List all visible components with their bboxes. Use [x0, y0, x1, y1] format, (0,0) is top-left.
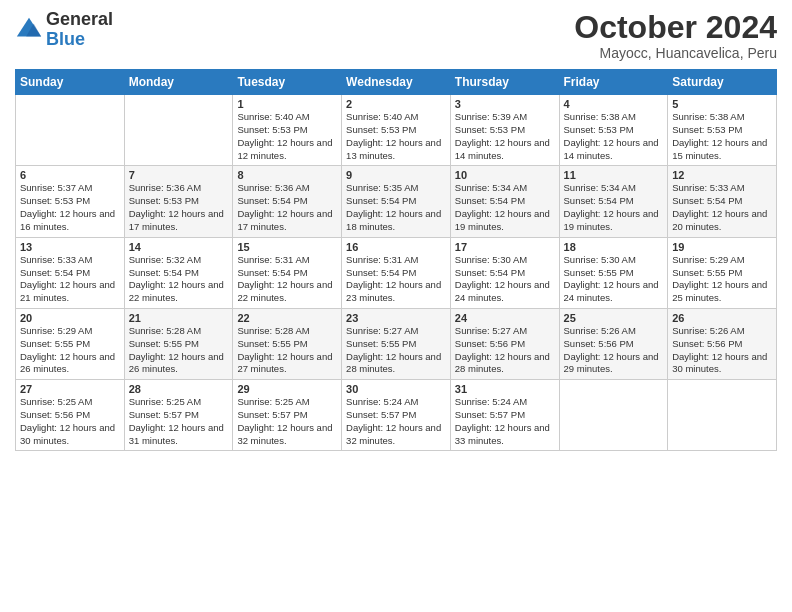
day-number: 12	[672, 169, 772, 181]
day-info: Sunrise: 5:34 AMSunset: 5:54 PMDaylight:…	[564, 182, 664, 233]
day-number: 18	[564, 241, 664, 253]
day-number: 24	[455, 312, 555, 324]
day-info: Sunrise: 5:29 AMSunset: 5:55 PMDaylight:…	[672, 254, 772, 305]
day-number: 14	[129, 241, 229, 253]
calendar-cell: 31Sunrise: 5:24 AMSunset: 5:57 PMDayligh…	[450, 380, 559, 451]
week-row-1: 1Sunrise: 5:40 AMSunset: 5:53 PMDaylight…	[16, 95, 777, 166]
day-info: Sunrise: 5:34 AMSunset: 5:54 PMDaylight:…	[455, 182, 555, 233]
day-info: Sunrise: 5:25 AMSunset: 5:57 PMDaylight:…	[237, 396, 337, 447]
calendar-body: 1Sunrise: 5:40 AMSunset: 5:53 PMDaylight…	[16, 95, 777, 451]
day-number: 5	[672, 98, 772, 110]
calendar-cell: 19Sunrise: 5:29 AMSunset: 5:55 PMDayligh…	[668, 237, 777, 308]
day-number: 26	[672, 312, 772, 324]
day-info: Sunrise: 5:31 AMSunset: 5:54 PMDaylight:…	[346, 254, 446, 305]
weekday-saturday: Saturday	[668, 70, 777, 95]
day-info: Sunrise: 5:24 AMSunset: 5:57 PMDaylight:…	[455, 396, 555, 447]
calendar-cell: 22Sunrise: 5:28 AMSunset: 5:55 PMDayligh…	[233, 308, 342, 379]
day-number: 19	[672, 241, 772, 253]
calendar-cell: 13Sunrise: 5:33 AMSunset: 5:54 PMDayligh…	[16, 237, 125, 308]
day-info: Sunrise: 5:30 AMSunset: 5:54 PMDaylight:…	[455, 254, 555, 305]
calendar-cell	[124, 95, 233, 166]
day-info: Sunrise: 5:25 AMSunset: 5:56 PMDaylight:…	[20, 396, 120, 447]
calendar-cell: 24Sunrise: 5:27 AMSunset: 5:56 PMDayligh…	[450, 308, 559, 379]
header: General Blue October 2024 Mayocc, Huanca…	[15, 10, 777, 61]
calendar-cell	[668, 380, 777, 451]
calendar-cell: 6Sunrise: 5:37 AMSunset: 5:53 PMDaylight…	[16, 166, 125, 237]
day-number: 11	[564, 169, 664, 181]
calendar-cell: 8Sunrise: 5:36 AMSunset: 5:54 PMDaylight…	[233, 166, 342, 237]
day-number: 28	[129, 383, 229, 395]
day-info: Sunrise: 5:28 AMSunset: 5:55 PMDaylight:…	[129, 325, 229, 376]
day-info: Sunrise: 5:27 AMSunset: 5:55 PMDaylight:…	[346, 325, 446, 376]
weekday-friday: Friday	[559, 70, 668, 95]
week-row-4: 20Sunrise: 5:29 AMSunset: 5:55 PMDayligh…	[16, 308, 777, 379]
day-info: Sunrise: 5:26 AMSunset: 5:56 PMDaylight:…	[672, 325, 772, 376]
calendar-cell: 16Sunrise: 5:31 AMSunset: 5:54 PMDayligh…	[342, 237, 451, 308]
day-number: 13	[20, 241, 120, 253]
day-number: 10	[455, 169, 555, 181]
day-number: 8	[237, 169, 337, 181]
day-info: Sunrise: 5:31 AMSunset: 5:54 PMDaylight:…	[237, 254, 337, 305]
calendar-cell: 14Sunrise: 5:32 AMSunset: 5:54 PMDayligh…	[124, 237, 233, 308]
weekday-row: Sunday Monday Tuesday Wednesday Thursday…	[16, 70, 777, 95]
weekday-monday: Monday	[124, 70, 233, 95]
day-info: Sunrise: 5:36 AMSunset: 5:54 PMDaylight:…	[237, 182, 337, 233]
day-number: 31	[455, 383, 555, 395]
calendar-cell: 21Sunrise: 5:28 AMSunset: 5:55 PMDayligh…	[124, 308, 233, 379]
calendar-cell: 30Sunrise: 5:24 AMSunset: 5:57 PMDayligh…	[342, 380, 451, 451]
calendar-cell: 20Sunrise: 5:29 AMSunset: 5:55 PMDayligh…	[16, 308, 125, 379]
day-info: Sunrise: 5:25 AMSunset: 5:57 PMDaylight:…	[129, 396, 229, 447]
calendar-cell: 15Sunrise: 5:31 AMSunset: 5:54 PMDayligh…	[233, 237, 342, 308]
logo: General Blue	[15, 10, 113, 50]
page: General Blue October 2024 Mayocc, Huanca…	[0, 0, 792, 612]
day-info: Sunrise: 5:24 AMSunset: 5:57 PMDaylight:…	[346, 396, 446, 447]
calendar-cell: 10Sunrise: 5:34 AMSunset: 5:54 PMDayligh…	[450, 166, 559, 237]
day-info: Sunrise: 5:30 AMSunset: 5:55 PMDaylight:…	[564, 254, 664, 305]
week-row-2: 6Sunrise: 5:37 AMSunset: 5:53 PMDaylight…	[16, 166, 777, 237]
day-number: 4	[564, 98, 664, 110]
day-info: Sunrise: 5:35 AMSunset: 5:54 PMDaylight:…	[346, 182, 446, 233]
day-info: Sunrise: 5:33 AMSunset: 5:54 PMDaylight:…	[20, 254, 120, 305]
day-number: 20	[20, 312, 120, 324]
day-number: 25	[564, 312, 664, 324]
calendar-cell: 11Sunrise: 5:34 AMSunset: 5:54 PMDayligh…	[559, 166, 668, 237]
location-subtitle: Mayocc, Huancavelica, Peru	[574, 45, 777, 61]
day-info: Sunrise: 5:32 AMSunset: 5:54 PMDaylight:…	[129, 254, 229, 305]
day-info: Sunrise: 5:38 AMSunset: 5:53 PMDaylight:…	[672, 111, 772, 162]
weekday-tuesday: Tuesday	[233, 70, 342, 95]
day-number: 1	[237, 98, 337, 110]
logo-general-text: General	[46, 10, 113, 30]
day-number: 23	[346, 312, 446, 324]
calendar-cell: 29Sunrise: 5:25 AMSunset: 5:57 PMDayligh…	[233, 380, 342, 451]
calendar-cell: 23Sunrise: 5:27 AMSunset: 5:55 PMDayligh…	[342, 308, 451, 379]
weekday-thursday: Thursday	[450, 70, 559, 95]
day-info: Sunrise: 5:40 AMSunset: 5:53 PMDaylight:…	[237, 111, 337, 162]
logo-text: General Blue	[46, 10, 113, 50]
day-number: 29	[237, 383, 337, 395]
calendar-cell: 7Sunrise: 5:36 AMSunset: 5:53 PMDaylight…	[124, 166, 233, 237]
calendar-cell: 28Sunrise: 5:25 AMSunset: 5:57 PMDayligh…	[124, 380, 233, 451]
calendar-cell: 18Sunrise: 5:30 AMSunset: 5:55 PMDayligh…	[559, 237, 668, 308]
calendar-cell	[559, 380, 668, 451]
day-number: 16	[346, 241, 446, 253]
day-info: Sunrise: 5:28 AMSunset: 5:55 PMDaylight:…	[237, 325, 337, 376]
day-number: 21	[129, 312, 229, 324]
day-info: Sunrise: 5:27 AMSunset: 5:56 PMDaylight:…	[455, 325, 555, 376]
week-row-5: 27Sunrise: 5:25 AMSunset: 5:56 PMDayligh…	[16, 380, 777, 451]
day-number: 2	[346, 98, 446, 110]
day-number: 15	[237, 241, 337, 253]
calendar-cell: 3Sunrise: 5:39 AMSunset: 5:53 PMDaylight…	[450, 95, 559, 166]
calendar-header: Sunday Monday Tuesday Wednesday Thursday…	[16, 70, 777, 95]
weekday-wednesday: Wednesday	[342, 70, 451, 95]
day-info: Sunrise: 5:36 AMSunset: 5:53 PMDaylight:…	[129, 182, 229, 233]
day-number: 7	[129, 169, 229, 181]
calendar-cell	[16, 95, 125, 166]
calendar-cell: 17Sunrise: 5:30 AMSunset: 5:54 PMDayligh…	[450, 237, 559, 308]
calendar-cell: 27Sunrise: 5:25 AMSunset: 5:56 PMDayligh…	[16, 380, 125, 451]
calendar-cell: 4Sunrise: 5:38 AMSunset: 5:53 PMDaylight…	[559, 95, 668, 166]
day-number: 30	[346, 383, 446, 395]
logo-icon	[15, 16, 43, 44]
calendar-table: Sunday Monday Tuesday Wednesday Thursday…	[15, 69, 777, 451]
day-number: 22	[237, 312, 337, 324]
day-number: 6	[20, 169, 120, 181]
